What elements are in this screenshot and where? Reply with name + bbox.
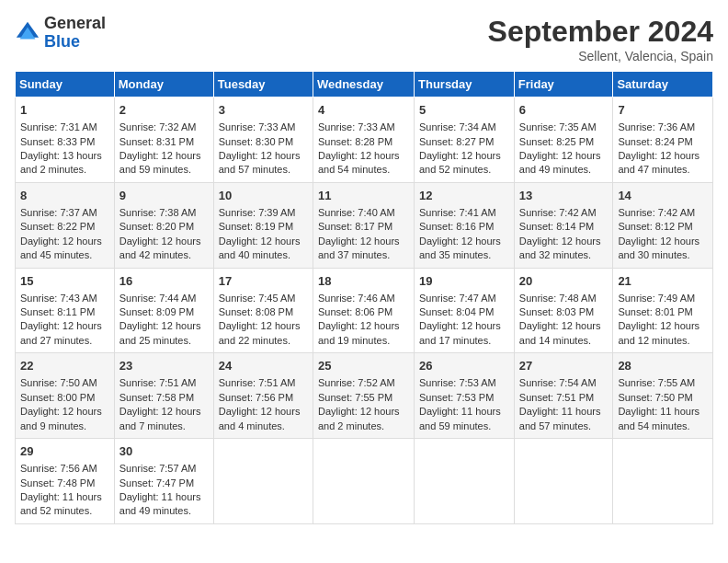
daylight-text: Daylight: 12 hours and 22 minutes. bbox=[219, 320, 301, 345]
sunrise-text: Sunrise: 7:36 AM bbox=[618, 121, 695, 132]
calendar-header: SundayMondayTuesdayWednesdayThursdayFrid… bbox=[16, 72, 713, 98]
sunrise-text: Sunrise: 7:42 AM bbox=[618, 207, 695, 218]
calendar-week-row: 1 Sunrise: 7:31 AM Sunset: 8:33 PM Dayli… bbox=[16, 98, 713, 183]
day-number: 29 bbox=[20, 443, 109, 460]
calendar-cell: 27 Sunrise: 7:54 AM Sunset: 7:51 PM Dayl… bbox=[514, 353, 613, 439]
daylight-text: Daylight: 12 hours and 57 minutes. bbox=[219, 150, 301, 175]
daylight-text: Daylight: 12 hours and 14 minutes. bbox=[519, 320, 601, 345]
sunset-text: Sunset: 8:14 PM bbox=[519, 221, 594, 232]
day-of-week-header: Wednesday bbox=[313, 72, 414, 98]
sunrise-text: Sunrise: 7:44 AM bbox=[119, 293, 197, 304]
calendar-week-row: 8 Sunrise: 7:37 AM Sunset: 8:22 PM Dayli… bbox=[16, 182, 713, 268]
daylight-text: Daylight: 11 hours and 52 minutes. bbox=[20, 491, 102, 516]
day-number: 2 bbox=[119, 102, 209, 119]
sunset-text: Sunset: 8:01 PM bbox=[618, 306, 692, 317]
day-of-week-header: Monday bbox=[114, 72, 213, 98]
sunrise-text: Sunrise: 7:49 AM bbox=[618, 293, 695, 304]
calendar-cell: 17 Sunrise: 7:45 AM Sunset: 8:08 PM Dayl… bbox=[213, 268, 313, 353]
sunrise-text: Sunrise: 7:45 AM bbox=[219, 293, 296, 304]
day-number: 27 bbox=[519, 358, 609, 374]
calendar-cell: 26 Sunrise: 7:53 AM Sunset: 7:53 PM Dayl… bbox=[415, 353, 515, 439]
calendar-cell: 28 Sunrise: 7:55 AM Sunset: 7:50 PM Dayl… bbox=[613, 353, 713, 439]
sunset-text: Sunset: 8:03 PM bbox=[519, 306, 594, 317]
day-number: 24 bbox=[219, 358, 308, 374]
sunset-text: Sunset: 8:33 PM bbox=[20, 136, 95, 147]
daylight-text: Daylight: 12 hours and 17 minutes. bbox=[419, 320, 501, 345]
day-number: 30 bbox=[119, 443, 209, 460]
sunset-text: Sunset: 8:24 PM bbox=[618, 136, 692, 147]
sunrise-text: Sunrise: 7:40 AM bbox=[318, 207, 395, 218]
day-number: 3 bbox=[219, 102, 308, 119]
calendar-week-row: 29 Sunrise: 7:56 AM Sunset: 7:48 PM Dayl… bbox=[16, 439, 713, 524]
daylight-text: Daylight: 12 hours and 7 minutes. bbox=[119, 406, 201, 431]
sunrise-text: Sunrise: 7:42 AM bbox=[519, 207, 597, 218]
sunrise-text: Sunrise: 7:33 AM bbox=[219, 121, 296, 132]
sunset-text: Sunset: 8:17 PM bbox=[318, 221, 392, 232]
day-number: 23 bbox=[119, 358, 209, 374]
day-of-week-header: Friday bbox=[514, 72, 613, 98]
calendar-cell: 10 Sunrise: 7:39 AM Sunset: 8:19 PM Dayl… bbox=[213, 182, 313, 268]
sunrise-text: Sunrise: 7:56 AM bbox=[20, 463, 97, 474]
sunset-text: Sunset: 7:48 PM bbox=[20, 477, 95, 488]
day-number: 10 bbox=[219, 188, 308, 204]
day-number: 9 bbox=[119, 188, 209, 204]
month-title: September 2024 bbox=[488, 15, 713, 49]
day-number: 4 bbox=[318, 102, 409, 119]
day-of-week-header: Saturday bbox=[613, 72, 713, 98]
day-number: 22 bbox=[20, 358, 109, 374]
sunset-text: Sunset: 8:09 PM bbox=[119, 306, 194, 317]
sunrise-text: Sunrise: 7:46 AM bbox=[318, 293, 395, 304]
calendar-week-row: 22 Sunrise: 7:50 AM Sunset: 8:00 PM Dayl… bbox=[16, 353, 713, 439]
sunrise-text: Sunrise: 7:47 AM bbox=[419, 293, 496, 304]
sunset-text: Sunset: 7:51 PM bbox=[519, 392, 594, 403]
calendar-body: 1 Sunrise: 7:31 AM Sunset: 8:33 PM Dayli… bbox=[16, 98, 713, 524]
sunset-text: Sunset: 8:00 PM bbox=[20, 392, 95, 403]
logo: General Blue bbox=[15, 15, 106, 52]
sunrise-text: Sunrise: 7:52 AM bbox=[318, 377, 395, 388]
sunrise-text: Sunrise: 7:41 AM bbox=[419, 207, 496, 218]
day-number: 12 bbox=[419, 188, 509, 204]
page-header: General Blue September 2024 Sellent, Val… bbox=[15, 15, 713, 63]
sunset-text: Sunset: 8:31 PM bbox=[119, 136, 194, 147]
daylight-text: Daylight: 12 hours and 37 minutes. bbox=[318, 236, 400, 260]
calendar-cell: 22 Sunrise: 7:50 AM Sunset: 8:00 PM Dayl… bbox=[16, 353, 115, 439]
calendar-cell: 16 Sunrise: 7:44 AM Sunset: 8:09 PM Dayl… bbox=[114, 268, 213, 353]
sunrise-text: Sunrise: 7:35 AM bbox=[519, 121, 597, 132]
daylight-text: Daylight: 12 hours and 32 minutes. bbox=[519, 236, 601, 260]
calendar-cell bbox=[313, 439, 414, 524]
daylight-text: Daylight: 12 hours and 47 minutes. bbox=[618, 150, 700, 175]
sunrise-text: Sunrise: 7:32 AM bbox=[119, 121, 197, 132]
sunset-text: Sunset: 8:12 PM bbox=[618, 221, 692, 232]
sunrise-text: Sunrise: 7:39 AM bbox=[219, 207, 296, 218]
sunset-text: Sunset: 8:04 PM bbox=[419, 306, 494, 317]
sunrise-text: Sunrise: 7:50 AM bbox=[20, 377, 97, 388]
calendar-cell bbox=[415, 439, 515, 524]
sunset-text: Sunset: 8:20 PM bbox=[119, 221, 194, 232]
calendar-cell: 19 Sunrise: 7:47 AM Sunset: 8:04 PM Dayl… bbox=[415, 268, 515, 353]
calendar-cell: 1 Sunrise: 7:31 AM Sunset: 8:33 PM Dayli… bbox=[16, 98, 115, 183]
day-of-week-header: Sunday bbox=[16, 72, 115, 98]
day-number: 13 bbox=[519, 188, 609, 204]
calendar-table: SundayMondayTuesdayWednesdayThursdayFrid… bbox=[15, 71, 713, 524]
daylight-text: Daylight: 12 hours and 54 minutes. bbox=[318, 150, 400, 175]
sunset-text: Sunset: 7:55 PM bbox=[318, 392, 392, 403]
calendar-cell: 15 Sunrise: 7:43 AM Sunset: 8:11 PM Dayl… bbox=[16, 268, 115, 353]
sunrise-text: Sunrise: 7:43 AM bbox=[20, 293, 97, 304]
day-number: 15 bbox=[20, 273, 109, 290]
day-number: 17 bbox=[219, 273, 308, 290]
days-of-week-row: SundayMondayTuesdayWednesdayThursdayFrid… bbox=[16, 72, 713, 98]
sunset-text: Sunset: 8:30 PM bbox=[219, 136, 293, 147]
sunset-text: Sunset: 8:19 PM bbox=[219, 221, 293, 232]
calendar-cell: 14 Sunrise: 7:42 AM Sunset: 8:12 PM Dayl… bbox=[613, 182, 713, 268]
calendar-cell: 4 Sunrise: 7:33 AM Sunset: 8:28 PM Dayli… bbox=[313, 98, 414, 183]
daylight-text: Daylight: 12 hours and 30 minutes. bbox=[618, 236, 700, 260]
sunrise-text: Sunrise: 7:53 AM bbox=[419, 377, 496, 388]
daylight-text: Daylight: 13 hours and 2 minutes. bbox=[20, 150, 102, 175]
daylight-text: Daylight: 12 hours and 35 minutes. bbox=[419, 236, 501, 260]
daylight-text: Daylight: 12 hours and 4 minutes. bbox=[219, 406, 301, 431]
daylight-text: Daylight: 12 hours and 2 minutes. bbox=[318, 406, 400, 431]
sunset-text: Sunset: 8:22 PM bbox=[20, 221, 95, 232]
day-number: 6 bbox=[519, 102, 609, 119]
daylight-text: Daylight: 12 hours and 25 minutes. bbox=[119, 320, 201, 345]
daylight-text: Daylight: 12 hours and 59 minutes. bbox=[119, 150, 201, 175]
